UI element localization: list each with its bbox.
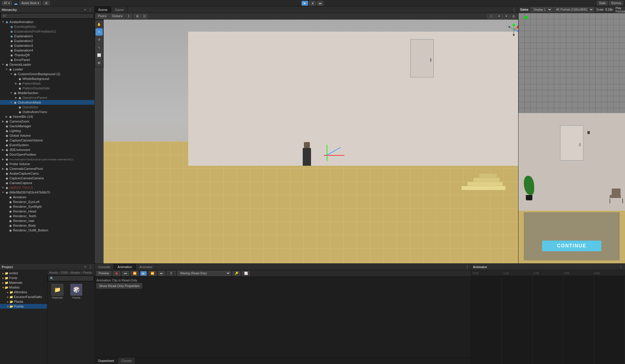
account-btn[interactable]: AT ▾ [2, 1, 12, 5]
snap-input[interactable]: 1 [126, 14, 132, 19]
settings-btn[interactable]: ⚙ [43, 1, 50, 5]
asset-store-btn[interactable]: Asset Store ▾ [20, 1, 41, 5]
tab-animator[interactable]: Animator [136, 264, 156, 270]
tree-item-explanation1[interactable]: ◉ Explanation1 [0, 34, 94, 38]
tree-item-hash[interactable]: ▼ ◉ 66fe5fb0367d03c447bfdb70 [0, 190, 94, 195]
rotate-tool-btn[interactable]: ↺ [96, 36, 103, 43]
render-btn[interactable]: ☀ [496, 14, 502, 19]
tree-item-outro-mask[interactable]: ▼ ◉ OutroAnimMask [0, 100, 94, 105]
tree-item-loader[interactable]: ▼ ◉ Loader [0, 67, 94, 72]
folder-fonts[interactable]: ▸ 📁 Fonts [0, 276, 47, 280]
tree-item-canvas[interactable]: ◉ CanvasCaptura [0, 181, 94, 185]
anim-clip-select[interactable]: Waving (Read-Only) [178, 271, 231, 276]
tree-item-pattern-mask[interactable]: ▶ ◉ PatternMask [0, 81, 94, 86]
tree-item-homebln[interactable]: ▶ ◉ HomeBln (14) [0, 114, 94, 119]
anim-frame-input[interactable] [167, 271, 176, 276]
tree-item-renderer-eye-l[interactable]: ◉ Renderer_EyeLeft [0, 199, 94, 204]
pause-btn[interactable]: ⏸ [309, 1, 316, 6]
move-tool-btn[interactable]: ✛ [96, 28, 103, 36]
stats-btn[interactable]: Stats [597, 1, 608, 5]
tree-item-whole-bg[interactable]: ◉ WholeBackground [0, 76, 94, 81]
folder-puerta[interactable]: ▾ 📂 Puerta [0, 304, 47, 309]
anim-curves-btn[interactable]: 📈 [242, 271, 250, 276]
animator-menu-btn[interactable]: ⋮ [618, 265, 623, 269]
tab-scene[interactable]: Scene [95, 7, 111, 13]
tree-item-game-manager[interactable]: ◉ GameManager [0, 124, 94, 128]
snap-btn[interactable]: ⊡ [141, 14, 148, 19]
tree-item-renderer-outfit[interactable]: ◉ Renderer_Outfit_Bottom [0, 228, 94, 233]
gizmos-btn[interactable]: Gizmos [609, 1, 623, 5]
scale-tool-btn[interactable]: ⤡ [96, 44, 103, 51]
resolution-select[interactable]: 4K Portrait (2160x3840) [553, 7, 594, 12]
curves-tab[interactable]: Curves [118, 357, 136, 364]
folder-models[interactable]: ▾ 📂 Models [0, 285, 47, 290]
tree-item-general-loader[interactable]: ▼ ◉ GeneralLoader [0, 62, 94, 67]
hand-tool-btn[interactable]: ✋ [96, 21, 103, 28]
tree-item-event-system[interactable]: ◉ EventSystem [0, 143, 94, 147]
asset-materials[interactable]: 📁 Materials [49, 283, 66, 300]
hierarchy-search-input[interactable] [1, 14, 93, 18]
folder-materials[interactable]: ▸ 📁 Materials [0, 280, 47, 285]
console-menu-btn[interactable]: ⋮ [465, 265, 470, 269]
tree-item-3denv[interactable]: ▶ ◉ 3DEnviroment [0, 147, 94, 152]
anim-next-btn[interactable]: ⏩ [149, 271, 156, 276]
show-readonly-btn[interactable]: Show Read-Only Properties [96, 283, 142, 289]
tree-item-probe[interactable]: ◉ Probe Volume [0, 162, 94, 166]
tree-item-avatar-animation[interactable]: ▼ ◉ AvatarAnimation [0, 20, 94, 24]
global-btn[interactable]: Global ▾ [110, 14, 125, 19]
tree-item-renderer-hair[interactable]: ◉ Renderer_Hair [0, 218, 94, 223]
tree-item-capture-camera[interactable]: ◉ CaptureCanvasCamera [0, 176, 94, 181]
tree-item-global-volume[interactable]: ◉ Global Volume [0, 133, 94, 138]
tree-item-foc-anim[interactable]: ▶ ◉ FocAnimationTest[Activar para testea… [0, 157, 94, 162]
dopesheet-tab[interactable]: Dopesheet [95, 357, 118, 364]
hierarchy-add-btn[interactable]: + [83, 8, 87, 12]
tree-item-door-open[interactable]: ◉ DoorOpenPosition [0, 152, 94, 157]
preview-btn[interactable]: Preview [96, 271, 111, 276]
tree-item-explanation2[interactable]: ◉ Explanation2 [0, 38, 94, 43]
asset-search-input[interactable] [49, 276, 93, 281]
tree-item-errorpanel[interactable]: ◉ ErrorPanel [0, 57, 94, 62]
tree-item-renderer-eye-r[interactable]: ◉ Renderer_EyeRight [0, 204, 94, 209]
asset-puerta[interactable]: 🎲 Puerta [67, 283, 85, 300]
tree-item-gameicon[interactable]: ▶ ◉ GameIconParent [0, 95, 94, 100]
scene-menu-btn[interactable]: ⋮ [512, 8, 516, 12]
tree-item-thanksqr[interactable]: ◉ ThanksQR [0, 53, 94, 57]
anim-play-btn[interactable]: ▶ [140, 271, 147, 276]
project-add-btn[interactable]: + [83, 265, 87, 269]
tree-item-renderer-body[interactable]: ◉ Renderer_Body [0, 223, 94, 228]
tree-item-renderer-head[interactable]: ◉ Renderer_Head [0, 209, 94, 214]
folder-escanerfacial[interactable]: ▸ 📁 EscanerFacialSalto [0, 294, 47, 299]
tree-item-explanation4[interactable]: ◉ Explanation4 [0, 48, 94, 53]
tree-item-renderer-teeth[interactable]: ◉ Renderer_Teeth [0, 214, 94, 218]
play-btn[interactable]: ▶ [302, 1, 308, 6]
folder-emtint[interactable]: ▸ 📁 emlint [0, 271, 47, 276]
anim-record-btn[interactable]: ⏺ [113, 271, 120, 276]
camera-btn[interactable]: 🎥 [487, 14, 495, 19]
tree-item-explanation-post[interactable]: ◉ Explanation(PostFeedback1) [0, 29, 94, 34]
multi-tool-btn[interactable]: ⊞ [96, 59, 103, 66]
folder-alfombra[interactable]: ▸ 📁 Alfombra [0, 290, 47, 294]
tree-item-everiting[interactable]: ◉ EveritingWorks [0, 24, 94, 29]
tab-animation[interactable]: Animation [114, 264, 136, 270]
tree-item-explanation3[interactable]: ◉ Explanation3 [0, 43, 94, 48]
tree-item-capture-canvas[interactable]: ◉ CaptureCanvasVolume [0, 138, 94, 143]
tree-item-lighting[interactable]: ◉ Lighting [0, 128, 94, 133]
anim-first-btn[interactable]: ⏮ [122, 271, 129, 276]
tab-console[interactable]: Console [95, 264, 114, 270]
tree-item-pattern-double[interactable]: ◉ PatternDoubleSide [0, 86, 94, 91]
folder-planta[interactable]: ▸ 📁 Planta [0, 299, 47, 304]
project-menu-btn[interactable]: ⋮ [88, 265, 93, 269]
grid-btn[interactable]: ⊞ [134, 14, 141, 19]
tree-item-cinematic[interactable]: ▶ ◉ CinematicCameraPivot [0, 166, 94, 171]
tree-item-debug[interactable]: ▼ ◉ DEBUG TOOLS [0, 185, 94, 190]
tab-game[interactable]: Game [111, 7, 128, 13]
effects-btn[interactable]: ✦ [503, 14, 510, 19]
anim-prev-btn[interactable]: ⏪ [131, 271, 138, 276]
display-select[interactable]: Display 1 [531, 7, 552, 12]
anim-last-btn[interactable]: ⏭ [158, 271, 165, 276]
hierarchy-menu-btn[interactable]: ⋮ [88, 8, 93, 12]
tree-item-armature[interactable]: ◉ Armature [0, 195, 94, 199]
tree-item-avatar-capture[interactable]: ◉ AvatarCaptureCams [0, 171, 94, 176]
pivot-btn[interactable]: Pivot ▾ [96, 14, 109, 19]
step-btn[interactable]: ⏭ [317, 1, 323, 6]
